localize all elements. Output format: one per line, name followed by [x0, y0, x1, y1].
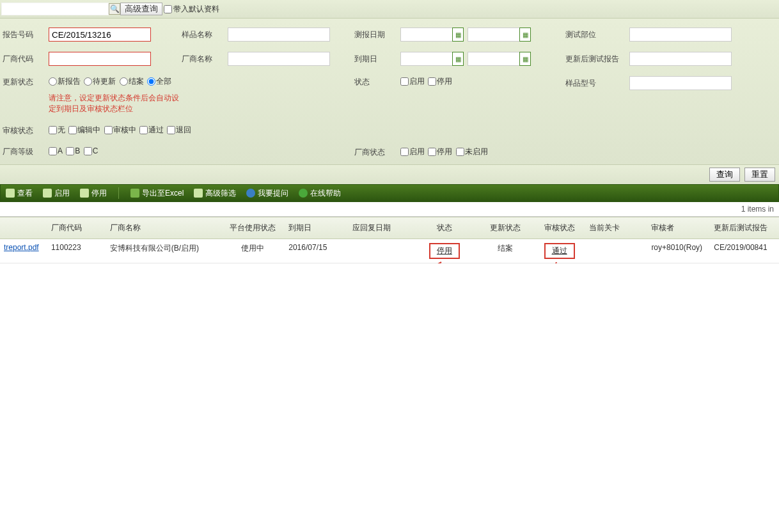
sample-name-input[interactable] [228, 27, 330, 42]
cell-status-link[interactable]: 停用 [429, 243, 460, 259]
check-ss-disable[interactable]: 停用 [428, 146, 452, 157]
test-part-input[interactable] [629, 27, 732, 42]
check-enable[interactable]: 启用 [400, 76, 425, 87]
col-code[interactable]: 厂商代码 [47, 220, 106, 236]
due-date-label: 到期日 [354, 54, 393, 65]
calendar-icon[interactable]: ▦ [452, 27, 464, 42]
check-a[interactable]: A [49, 146, 63, 155]
test-date-from-input[interactable] [400, 27, 453, 42]
separator [118, 187, 119, 199]
status-label: 状态 [354, 77, 393, 88]
calendar-icon[interactable]: ▦ [452, 52, 464, 66]
document-icon [6, 189, 15, 198]
calendar-icon[interactable]: ▦ [519, 27, 531, 42]
grid-header: 厂商代码 厂商名称 平台使用状态 到期日 应回复日期 状态 更新状态 审核状态 … [0, 217, 779, 239]
toolbar-view[interactable]: 查看 [6, 188, 33, 199]
grid-toolbar: 查看 启用 停用 导出至Excel 高级筛选 我要提问 在线帮助 [0, 184, 779, 202]
bring-default-label: 带入默认资料 [173, 4, 219, 15]
toolbar-filter[interactable]: 高级筛选 [194, 188, 236, 199]
excel-icon [130, 189, 139, 198]
search-icon[interactable]: 🔍 [109, 3, 120, 15]
radio-new[interactable]: 新报告 [49, 76, 81, 87]
toolbar-export[interactable]: 导出至Excel [130, 188, 184, 199]
col-platform[interactable]: 平台使用状态 [221, 220, 285, 236]
sample-name-label: 样品名称 [182, 29, 220, 40]
cell-platform: 使用中 [221, 240, 285, 262]
radio-pending[interactable]: 待更新 [84, 76, 116, 87]
form-action-row: 查询 重置 [0, 164, 779, 184]
grid-count: 1 items in [0, 202, 779, 217]
audit-status-checks: 无 编辑中 审核中 通过 退回 [49, 125, 193, 136]
radio-all[interactable]: 全部 [147, 76, 171, 87]
radio-closed[interactable]: 结案 [120, 76, 144, 87]
check-returned[interactable]: 退回 [167, 125, 191, 136]
test-date-to-input[interactable] [468, 27, 520, 42]
question-icon [246, 189, 255, 198]
sample-type-label: 样品型号 [565, 78, 622, 89]
query-button[interactable]: 查询 [709, 168, 740, 182]
cell-audit-link[interactable]: 通过 [544, 243, 575, 259]
due-date-to-input[interactable] [468, 52, 520, 66]
cell-name: 安博科技有限公司(B/启用) [106, 240, 221, 262]
cell-upd: 结案 [476, 240, 534, 262]
advanced-search-button[interactable]: 高级查询 [120, 3, 162, 15]
check-ss-notyet[interactable]: 未启用 [456, 146, 488, 157]
check-none[interactable]: 无 [49, 125, 65, 136]
check-c[interactable]: C [84, 146, 98, 155]
col-gate[interactable]: 当前关卡 [585, 220, 648, 236]
check-b[interactable]: B [66, 146, 80, 155]
check-editing[interactable]: 编辑中 [68, 125, 100, 136]
col-reply[interactable]: 应回复日期 [349, 220, 413, 236]
col-audit[interactable]: 审核状态 [534, 220, 585, 236]
report-no-label: 报告号码 [3, 29, 41, 40]
test-part-label: 测试部位 [565, 29, 622, 40]
grid-row[interactable]: treport.pdf 1100223 安博科技有限公司(B/启用) 使用中 2… [0, 239, 779, 263]
cell-reply [349, 240, 413, 262]
col-auditor[interactable]: 审核者 [647, 220, 710, 236]
col-updrep[interactable]: 更新后测试报告 [710, 220, 779, 236]
query-form: 报告号码 样品名称 测报日期 ▦ ▦ 测试部位 厂商代码 厂商名称 到期日 ▦ … [0, 19, 779, 164]
test-date-label: 测报日期 [354, 29, 393, 40]
cell-auditor: roy+8010(Roy) [647, 240, 710, 262]
document-icon [80, 189, 89, 198]
supplier-name-input[interactable] [228, 52, 330, 66]
supplier-grade-label: 厂商等级 [3, 146, 41, 157]
check-passed[interactable]: 通过 [139, 125, 164, 136]
quick-search-input[interactable] [1, 3, 109, 15]
document-icon [43, 189, 52, 198]
updated-report-input[interactable] [629, 52, 732, 66]
check-disable[interactable]: 停用 [428, 76, 452, 87]
cell-gate [585, 240, 648, 262]
col-upd[interactable]: 更新状态 [476, 220, 534, 236]
top-search-bar: 🔍 高级查询 带入默认资料 [0, 0, 779, 19]
check-ss-enable[interactable]: 启用 [400, 146, 425, 157]
audit-status-label: 审核状态 [3, 125, 41, 136]
help-icon [299, 189, 308, 198]
check-reviewing[interactable]: 审核中 [104, 125, 136, 136]
due-date-from-input[interactable] [400, 52, 453, 66]
col-due[interactable]: 到期日 [285, 220, 349, 236]
supplier-name-label: 厂商名称 [182, 54, 220, 65]
sample-type-input[interactable] [629, 76, 732, 90]
toolbar-ask[interactable]: 我要提问 [246, 188, 288, 199]
grade-checks: A B C [49, 146, 99, 157]
reset-button[interactable]: 重置 [744, 168, 775, 182]
cell-code: 1100223 [47, 240, 106, 262]
report-no-input[interactable] [49, 27, 151, 42]
toolbar-disable[interactable]: 停用 [80, 188, 107, 199]
update-status-label: 更新状态 [3, 77, 41, 88]
supplier-code-label: 厂商代码 [3, 54, 41, 65]
supplier-status-label: 厂商状态 [354, 147, 393, 158]
bring-default-checkbox[interactable]: 带入默认资料 [164, 4, 219, 15]
update-status-note: 请注意，设定更新状态条件后会自动设定到期日及审核状态栏位 [49, 93, 182, 114]
calendar-icon[interactable]: ▦ [519, 52, 531, 66]
toolbar-enable[interactable]: 启用 [43, 188, 70, 199]
toolbar-help[interactable]: 在线帮助 [299, 188, 341, 199]
file-link[interactable]: treport.pdf [4, 243, 39, 252]
update-status-radios: 新报告 待更新 结案 全部 [49, 76, 173, 88]
col-name[interactable]: 厂商名称 [106, 220, 221, 236]
supplier-code-input[interactable] [49, 52, 151, 66]
col-status[interactable]: 状态 [413, 220, 476, 236]
cell-due: 2016/07/15 [285, 240, 349, 262]
updated-report-label: 更新后测试报告 [565, 54, 622, 65]
